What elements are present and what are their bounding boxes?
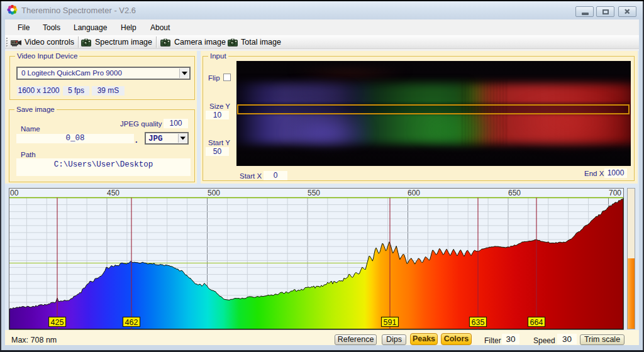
- svg-text:650: 650: [508, 189, 521, 197]
- svg-text:635: 635: [472, 318, 485, 327]
- svg-text:591: 591: [384, 318, 397, 327]
- svg-text:450: 450: [107, 189, 119, 197]
- svg-text:00: 00: [10, 189, 19, 197]
- svg-text:550: 550: [308, 189, 320, 197]
- svg-text:425: 425: [51, 318, 64, 327]
- svg-text:462: 462: [125, 318, 138, 327]
- svg-text:700: 700: [609, 189, 621, 197]
- svg-text:600: 600: [408, 189, 420, 197]
- svg-text:500: 500: [208, 189, 220, 197]
- svg-text:664: 664: [530, 318, 543, 327]
